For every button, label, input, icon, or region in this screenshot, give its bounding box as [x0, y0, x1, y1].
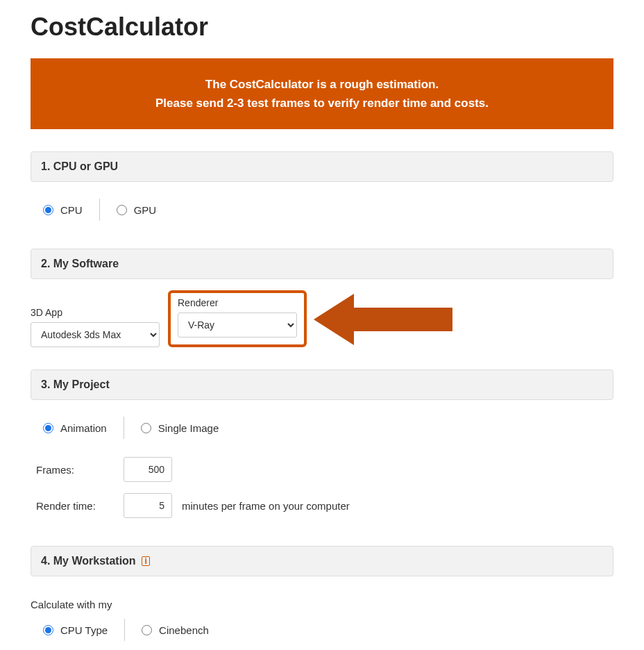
frames-input[interactable] [124, 457, 172, 482]
radio-cputype-label: CPU Type [60, 624, 108, 636]
section-3-header: 3. My Project [31, 369, 613, 400]
radio-animation-label: Animation [60, 422, 107, 434]
radio-cpu-label: CPU [60, 204, 83, 216]
rendertime-suffix: minutes per frame on your computer [182, 500, 350, 512]
annotation-arrow [314, 298, 466, 340]
svg-marker-0 [314, 294, 452, 345]
app-label: 3D App [31, 307, 160, 318]
rendertime-input[interactable] [124, 493, 172, 518]
radio-gpu-label: GPU [134, 204, 157, 216]
notice-line-1: The CostCalculator is a rough estimation… [44, 75, 600, 94]
renderer-highlight: Renderer V-Ray [168, 290, 307, 347]
radio-animation-input[interactable] [43, 423, 53, 433]
rendertime-label: Render time: [31, 500, 114, 512]
radio-cpu-input[interactable] [43, 205, 53, 215]
radio-cinebench-label: Cinebench [159, 624, 209, 636]
notice-banner: The CostCalculator is a rough estimation… [31, 58, 613, 129]
section-1-header: 1. CPU or GPU [31, 151, 613, 182]
page-title: CostCalculator [31, 12, 613, 42]
section-2-header: 2. My Software [31, 249, 613, 279]
radio-gpu-input[interactable] [117, 205, 127, 215]
section-4-title: 4. My Workstation [41, 555, 136, 567]
radio-single-input[interactable] [141, 423, 151, 433]
radio-cputype-input[interactable] [43, 625, 53, 635]
radio-animation[interactable]: Animation [40, 417, 124, 439]
radio-cinebench[interactable]: Cinebench [125, 619, 226, 641]
radio-cputype[interactable]: CPU Type [40, 619, 124, 641]
radio-single-label: Single Image [158, 422, 219, 434]
app-select[interactable]: Autodesk 3ds Max [31, 322, 160, 347]
frames-label: Frames: [31, 464, 114, 476]
radio-cpu[interactable]: CPU [40, 199, 99, 221]
renderer-select[interactable]: V-Ray [178, 312, 297, 338]
section-4-header: 4. My Workstation i [31, 546, 613, 576]
notice-line-2: Please send 2-3 test frames to verify re… [44, 94, 600, 112]
renderer-label: Renderer [178, 297, 297, 308]
radio-cinebench-input[interactable] [142, 625, 152, 635]
info-icon[interactable]: i [142, 556, 150, 566]
calc-with-label: Calculate with my [31, 588, 613, 613]
radio-gpu[interactable]: GPU [100, 199, 173, 221]
radio-single[interactable]: Single Image [124, 417, 236, 439]
